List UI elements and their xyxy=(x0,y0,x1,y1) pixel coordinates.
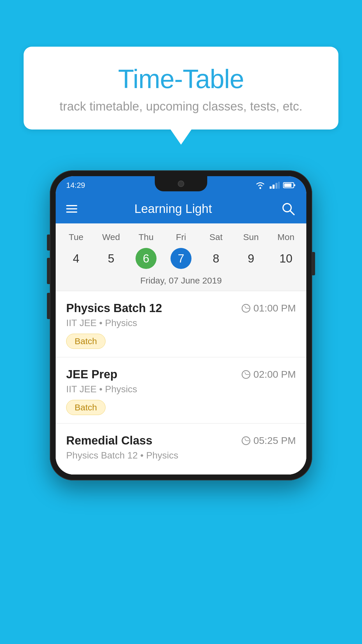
svg-rect-7 xyxy=(294,184,295,186)
day-dates: 4 5 6 7 8 9 10 xyxy=(56,246,306,273)
date-7-selected[interactable]: 7 xyxy=(171,248,191,269)
svg-rect-1 xyxy=(270,186,272,189)
class-time-2: 02:00 PM xyxy=(242,369,296,380)
class-name-3: Remedial Class xyxy=(66,434,152,447)
calendar-section: Tue Wed Thu Fri Sat Sun Mon 4 5 6 7 8 9 … xyxy=(56,223,306,291)
class-item-header-1: Physics Batch 12 01:00 PM xyxy=(66,302,296,315)
clock-icon-1 xyxy=(242,304,250,313)
signal-icon xyxy=(269,181,280,189)
status-icons xyxy=(255,181,296,189)
day-header-sat: Sat xyxy=(198,229,233,245)
bubble-subtitle: track timetable, upcoming classes, tests… xyxy=(47,99,315,113)
date-9[interactable]: 9 xyxy=(233,248,268,269)
status-time: 14:29 xyxy=(66,181,85,190)
svg-rect-4 xyxy=(278,182,280,189)
class-time-text-3: 05:25 PM xyxy=(253,435,296,446)
phone-button-left-3 xyxy=(47,293,50,319)
day-header-tue: Tue xyxy=(59,229,94,245)
class-item-jee-prep[interactable]: JEE Prep 02:00 PM IIT JEE • Physics Batc… xyxy=(56,357,306,424)
day-headers: Tue Wed Thu Fri Sat Sun Mon xyxy=(56,223,306,246)
day-header-thu: Thu xyxy=(129,229,164,245)
svg-point-0 xyxy=(259,187,261,189)
phone-mockup: 14:29 xyxy=(50,170,312,480)
class-subtitle-3: Physics Batch 12 • Physics xyxy=(66,450,296,461)
phone-notch xyxy=(155,176,207,191)
bubble-title: Time-Table xyxy=(47,64,315,94)
svg-rect-6 xyxy=(284,183,291,187)
class-item-remedial[interactable]: Remedial Class 05:25 PM Physics Batch 12… xyxy=(56,424,306,475)
class-name-2: JEE Prep xyxy=(66,368,117,381)
class-time-1: 01:00 PM xyxy=(242,302,296,314)
app-title: Learning Light xyxy=(66,202,281,216)
phone-camera xyxy=(178,181,184,187)
class-item-physics-batch-12[interactable]: Physics Batch 12 01:00 PM IIT JEE • Phys… xyxy=(56,291,306,357)
batch-tag-2: Batch xyxy=(66,400,106,415)
clock-icon-3 xyxy=(242,436,250,445)
class-name-1: Physics Batch 12 xyxy=(66,302,162,315)
speech-bubble: Time-Table track timetable, upcoming cla… xyxy=(24,47,338,130)
clock-hand-m-3 xyxy=(246,440,249,441)
class-item-header-2: JEE Prep 02:00 PM xyxy=(66,368,296,381)
date-6-today[interactable]: 6 xyxy=(136,248,157,269)
wifi-icon xyxy=(255,181,266,189)
class-item-header-3: Remedial Class 05:25 PM xyxy=(66,434,296,447)
class-time-text-1: 01:00 PM xyxy=(253,302,296,314)
date-8[interactable]: 8 xyxy=(198,248,233,269)
phone-outer: 14:29 xyxy=(50,170,312,480)
day-header-sun: Sun xyxy=(233,229,268,245)
class-time-3: 05:25 PM xyxy=(242,435,296,446)
svg-rect-2 xyxy=(273,185,275,189)
class-subtitle-1: IIT JEE • Physics xyxy=(66,318,296,328)
clock-hand-m-1 xyxy=(246,308,249,309)
day-header-mon: Mon xyxy=(268,229,303,245)
search-icon xyxy=(281,201,296,216)
date-10[interactable]: 10 xyxy=(268,248,303,269)
svg-rect-3 xyxy=(275,183,277,189)
app-bar: Learning Light xyxy=(56,194,306,223)
search-button[interactable] xyxy=(281,201,296,216)
top-section: Time-Table track timetable, upcoming cla… xyxy=(0,0,362,130)
batch-tag-1: Batch xyxy=(66,334,106,349)
phone-button-left-1 xyxy=(47,235,50,251)
class-subtitle-2: IIT JEE • Physics xyxy=(66,384,296,395)
date-4[interactable]: 4 xyxy=(59,248,94,269)
day-header-wed: Wed xyxy=(94,229,129,245)
selected-date-label: Friday, 07 June 2019 xyxy=(56,273,306,291)
classes-list: Physics Batch 12 01:00 PM IIT JEE • Phys… xyxy=(56,291,306,475)
svg-line-9 xyxy=(290,211,294,215)
battery-icon xyxy=(283,182,296,189)
clock-hand-m-2 xyxy=(246,374,249,375)
phone-button-left-2 xyxy=(47,258,50,284)
clock-icon-2 xyxy=(242,370,250,379)
day-header-fri: Fri xyxy=(164,229,198,245)
phone-screen: 14:29 xyxy=(56,176,306,475)
class-time-text-2: 02:00 PM xyxy=(253,369,296,380)
phone-button-right xyxy=(312,252,315,275)
date-5[interactable]: 5 xyxy=(94,248,129,269)
